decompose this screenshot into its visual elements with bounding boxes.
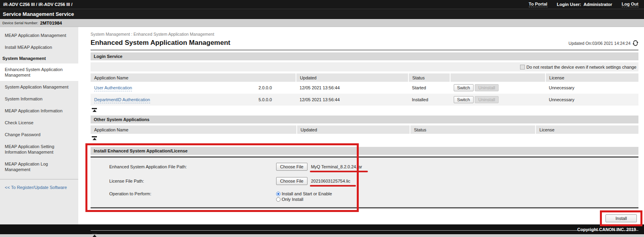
serial-bar: Device Serial Number: 2MT01984 xyxy=(0,19,644,27)
choose-file-button-license[interactable]: Choose File xyxy=(276,177,307,185)
restart-checkbox[interactable] xyxy=(520,65,525,69)
radio-label: Only Install xyxy=(282,197,303,202)
app-link-departmentid-authentication[interactable]: DepartmentID Authentication xyxy=(94,97,150,103)
sidebar-item-system-application-management[interactable]: System Application Management xyxy=(0,81,78,93)
uninstall-button: Uninstall xyxy=(475,84,499,91)
app-title-bar: Service Management Service xyxy=(0,9,644,19)
app-link-user-authentication[interactable]: User Authentication xyxy=(94,85,132,91)
sidebar-item-meap-application-log-management[interactable]: MEAP Application Log Management xyxy=(0,158,78,175)
page: iR-ADV C256 III / iR-ADV C256 III / To P… xyxy=(0,0,644,237)
app-status: Started xyxy=(408,82,450,94)
operation-to-perform-label: Operation to Perform: xyxy=(109,191,276,196)
sidebar-item-enhanced-system-application-management[interactable]: Enhanced System Application Management xyxy=(0,64,78,81)
serial-label: Device Serial Number: xyxy=(2,21,38,25)
app-file-path-label: Enhanced System Application File Path: xyxy=(109,163,276,169)
switch-button[interactable]: Switch xyxy=(454,96,474,103)
radio-only-install[interactable]: Only Install xyxy=(276,197,332,202)
column-header-license: License xyxy=(536,125,638,134)
login-user-label: Login User: xyxy=(557,2,581,7)
app-status: Installed xyxy=(408,94,450,106)
section-install-enhanced-system-application-license: Install Enhanced System Application/Lice… xyxy=(91,147,638,155)
login-user: Login User: Administrator xyxy=(557,2,612,7)
to-portal-link[interactable]: To Portal xyxy=(529,2,547,7)
bottom-divider xyxy=(91,230,638,231)
section-other-system-applications: Other System Applications xyxy=(91,116,638,123)
choose-file-button-application[interactable]: Choose File xyxy=(276,163,307,171)
column-header-license: License xyxy=(545,73,638,82)
app-title: Service Management Service xyxy=(3,11,74,17)
column-header-application-name: Application Name xyxy=(91,125,297,134)
column-header-application-name: Application Name xyxy=(91,73,296,82)
table-row: User Authentication 2.0.0.0 12/05 2021 1… xyxy=(91,82,638,94)
application-file-name: MyQ Terminal_8.2.0.24.jar xyxy=(311,163,362,169)
license-file-name: 20210603125754.lic xyxy=(311,177,350,183)
install-button[interactable]: Install xyxy=(605,214,637,222)
app-license: Unnecessary xyxy=(545,94,638,106)
app-updated: 12/05 2021 13:56:44 xyxy=(296,82,408,94)
app-version: 2.0.0.0 xyxy=(255,82,296,94)
sidebar-item-change-password[interactable]: Change Password xyxy=(0,129,78,141)
app-license: Unnecessary xyxy=(545,82,638,94)
refresh-icon[interactable] xyxy=(632,40,638,46)
login-user-value: Administrator xyxy=(584,2,612,7)
radio-icon xyxy=(276,197,280,202)
sidebar-item-check-license[interactable]: Check License xyxy=(0,117,78,129)
switch-button[interactable]: Switch xyxy=(454,84,474,91)
scroll-to-top-icon[interactable] xyxy=(92,136,97,140)
page-title: Enhanced System Application Management xyxy=(91,39,230,47)
other-system-applications-table: Application Name Updated Status License xyxy=(91,125,638,134)
login-service-table: Application Name Updated Status License … xyxy=(91,73,638,106)
sidebar-header-system-management: System Management xyxy=(0,53,78,64)
column-header-updated: Updated xyxy=(297,125,410,134)
layout: MEAP Application Management Install MEAP… xyxy=(0,27,644,224)
sidebar-item-meap-application-information[interactable]: MEAP Application Information xyxy=(0,105,78,117)
sidebar: MEAP Application Management Install MEAP… xyxy=(0,27,78,224)
app-updated: 12/05 2021 13:56:44 xyxy=(296,94,408,106)
main-content: System Management : Enhanced System Appl… xyxy=(78,27,644,224)
sidebar-item-system-information[interactable]: System Information xyxy=(0,93,78,105)
updated-on-text: Updated On:03/06 2021 14:24:24 xyxy=(569,41,630,46)
radio-install-and-start-or-enable[interactable]: Install and Start or Enable xyxy=(276,191,332,196)
radio-icon xyxy=(276,192,280,196)
operation-radio-group: Install and Start or Enable Only Install xyxy=(276,191,332,202)
column-header-actions xyxy=(450,73,545,82)
table-row: DepartmentID Authentication 5.0.0.0 12/0… xyxy=(91,94,638,106)
serial-value: 2MT01984 xyxy=(40,21,62,25)
app-version: 5.0.0.0 xyxy=(255,94,296,106)
restart-checkbox-row: Do not restart the device even if networ… xyxy=(91,62,638,71)
restart-checkbox-label: Do not restart the device even if networ… xyxy=(526,65,636,69)
license-file-path-label: License File Path: xyxy=(109,177,276,183)
device-path: iR-ADV C256 III / iR-ADV C256 III / xyxy=(3,2,72,7)
topbar-right: To Portal Login User: Administrator Log … xyxy=(529,2,638,7)
uninstall-button: Uninstall xyxy=(475,96,499,103)
column-header-updated: Updated xyxy=(296,73,408,82)
sidebar-divider xyxy=(0,179,78,179)
column-header-status: Status xyxy=(408,73,450,82)
updated-on: Updated On:03/06 2021 14:24:24 xyxy=(569,40,638,47)
breadcrumb: System Management : Enhanced System Appl… xyxy=(91,32,638,37)
sidebar-item-meap-application-setting-information-management[interactable]: MEAP Application Setting Information Man… xyxy=(0,141,78,158)
section-login-service: Login Service xyxy=(91,52,638,60)
sidebar-item-install-meap-application[interactable]: Install MEAP Application xyxy=(0,41,78,53)
topbar: iR-ADV C256 III / iR-ADV C256 III / To P… xyxy=(0,0,644,9)
radio-label: Install and Start or Enable xyxy=(282,191,332,196)
annotation-box: Install xyxy=(600,210,642,226)
scroll-to-top-icon[interactable] xyxy=(92,233,97,237)
scroll-to-top-icon[interactable] xyxy=(92,108,97,112)
column-header-status: Status xyxy=(410,125,536,134)
log-out-link[interactable]: Log Out xyxy=(622,2,638,7)
install-section: Install Enhanced System Application/Lice… xyxy=(91,147,638,208)
sidebar-item-meap-application-management[interactable]: MEAP Application Management xyxy=(0,29,78,41)
title-divider xyxy=(91,50,638,50)
to-register-update-software-link[interactable]: << To Register/Update Software xyxy=(0,183,78,191)
install-form: Enhanced System Application File Path: C… xyxy=(91,156,638,208)
